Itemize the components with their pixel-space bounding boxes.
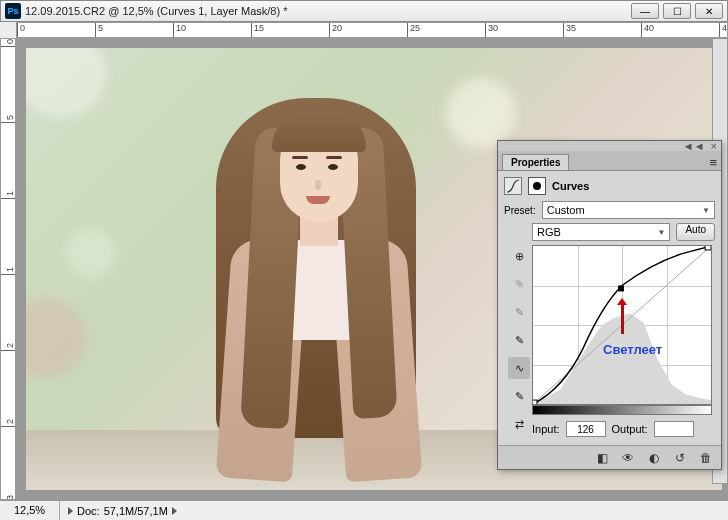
output-value-field[interactable]: [654, 421, 694, 437]
document-title: 12.09.2015.CR2 @ 12,5% (Curves 1, Layer …: [25, 5, 631, 17]
draw-curve-tool[interactable]: ✎: [508, 385, 530, 407]
doc-size: 57,1M/57,1M: [104, 505, 168, 517]
target-adjust-tool[interactable]: ⊕: [508, 245, 530, 267]
doc-label: Doc:: [77, 505, 100, 517]
smooth-tool[interactable]: ⇄: [508, 413, 530, 435]
edit-points-tool[interactable]: ∿: [508, 357, 530, 379]
svg-rect-2: [618, 286, 624, 292]
gray-point-eyedropper[interactable]: ✎: [508, 301, 530, 323]
svg-rect-1: [533, 400, 537, 404]
statusbar: 12,5% Doc: 57,1M/57,1M: [0, 500, 728, 520]
preset-label: Preset:: [504, 205, 536, 216]
subject-portrait: [176, 68, 456, 490]
statusbar-menu-icon[interactable]: [68, 507, 73, 515]
delete-icon[interactable]: 🗑: [697, 449, 715, 467]
adjustment-name: Curves: [552, 180, 589, 192]
collapse-icon[interactable]: ◄◄: [683, 140, 705, 152]
annotation-arrow: [621, 304, 624, 334]
ruler-vertical[interactable]: 0511223: [0, 38, 16, 500]
black-point-eyedropper[interactable]: ✎: [508, 329, 530, 351]
white-point-eyedropper[interactable]: ✎: [508, 273, 530, 295]
curves-adjustment-icon: [504, 177, 522, 195]
input-value-field[interactable]: [566, 421, 606, 437]
panel-menu-icon[interactable]: ≡: [709, 155, 717, 170]
input-label: Input:: [532, 423, 560, 435]
output-label: Output:: [612, 423, 648, 435]
doc-menu-icon[interactable]: [172, 507, 177, 515]
channel-select[interactable]: RGB▼: [532, 223, 670, 241]
minimize-button[interactable]: —: [631, 3, 659, 19]
zoom-level[interactable]: 12,5%: [0, 501, 60, 520]
clip-to-layer-icon[interactable]: ◧: [593, 449, 611, 467]
reset-icon[interactable]: ↺: [671, 449, 689, 467]
annotation-text: Светлеет: [603, 342, 662, 357]
auto-button[interactable]: Auto: [676, 223, 715, 241]
maximize-button[interactable]: ☐: [663, 3, 691, 19]
panel-close-icon[interactable]: ×: [711, 140, 717, 152]
properties-panel: ◄◄ × Properties ≡ Curves Preset: Custom▼…: [497, 140, 722, 470]
view-previous-icon[interactable]: ◐: [645, 449, 663, 467]
close-button[interactable]: ✕: [695, 3, 723, 19]
input-gradient[interactable]: [532, 405, 712, 415]
toggle-visibility-icon[interactable]: 👁: [619, 449, 637, 467]
app-icon: Ps: [5, 3, 21, 19]
curves-graph[interactable]: Светлеет: [532, 245, 712, 405]
tab-properties[interactable]: Properties: [502, 154, 569, 170]
layer-mask-icon[interactable]: [528, 177, 546, 195]
preset-select[interactable]: Custom▼: [542, 201, 715, 219]
ruler-horizontal[interactable]: 051015202530354045: [16, 22, 728, 38]
titlebar: Ps 12.09.2015.CR2 @ 12,5% (Curves 1, Lay…: [0, 0, 728, 22]
svg-rect-3: [705, 246, 711, 250]
